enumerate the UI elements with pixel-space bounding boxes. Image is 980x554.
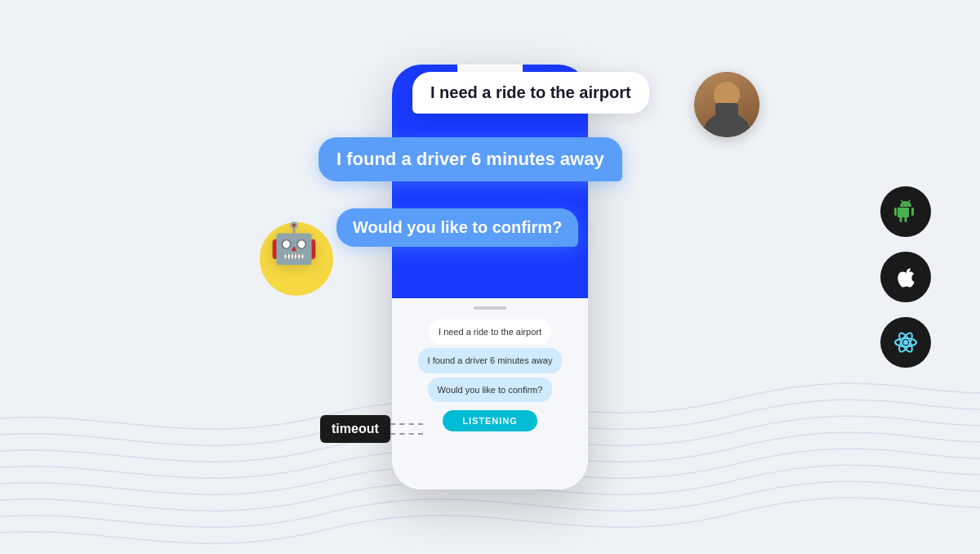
phone-message-2: I found a driver 6 minutes away (418, 348, 563, 373)
phone-bottom-area: I need a ride to the airport I found a d… (392, 298, 588, 489)
phone-mockup: I need a ride to the airport I found a d… (392, 65, 588, 489)
phone-message-1: I need a ride to the airport (429, 319, 551, 344)
bot-chat-bubble-1: I found a driver 6 minutes away (318, 137, 622, 181)
main-scene: .wave-path { fill: none; stroke: #c5d0e8… (0, 0, 980, 554)
bot-chat-bubble-2: Would you like to confirm? (336, 208, 578, 247)
phone-messages: I need a ride to the airport I found a d… (402, 319, 578, 402)
user-chat-bubble: I need a ride to the airport (412, 72, 649, 114)
svg-point-3 (903, 340, 908, 345)
platform-icons-group (880, 186, 931, 368)
robot-icon: 🤖 (270, 221, 318, 266)
listening-button[interactable]: LISTENING (443, 410, 537, 431)
user-avatar (694, 72, 760, 137)
android-icon-button[interactable] (880, 186, 931, 237)
timeout-badge: timeout (320, 415, 390, 443)
timeout-dashed-line-2 (390, 433, 423, 435)
apple-icon-button[interactable] (880, 252, 931, 302)
phone-message-3: Would you like to confirm? (428, 378, 553, 402)
scroll-indicator (474, 306, 506, 310)
timeout-dashed-line-1 (390, 423, 423, 425)
react-native-icon-button[interactable] (880, 317, 931, 368)
svg-rect-2 (715, 103, 738, 119)
